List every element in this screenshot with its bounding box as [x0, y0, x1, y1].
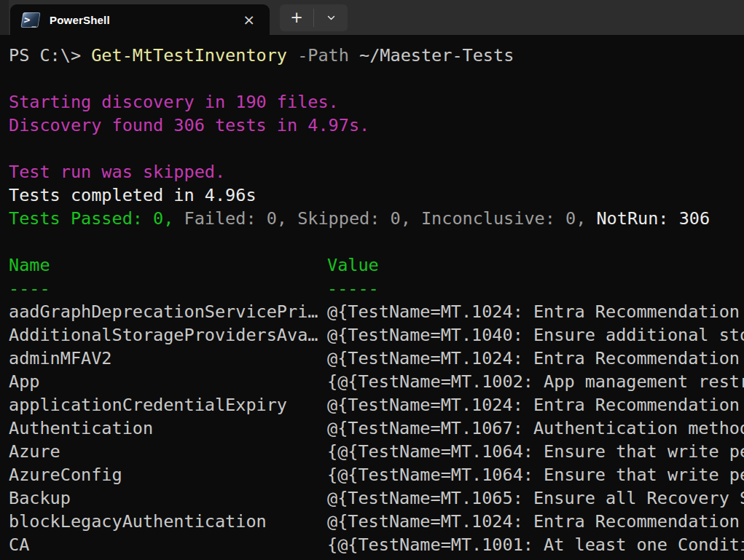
blank-line	[9, 137, 744, 160]
table-row: applicationCredentialExpiry@{TestName=MT…	[9, 393, 744, 417]
row-value: @{TestName=MT.1024: Entra Recommendation	[327, 301, 740, 322]
row-value: {@{TestName=MT.1001: At least one Condit…	[327, 535, 744, 555]
row-name: AzureConfig	[9, 463, 327, 486]
chevron-down-icon	[326, 12, 337, 23]
prompt-line: PS C:\> Get-MtTestInventory -Path ~/Maes…	[9, 44, 744, 67]
close-tab-icon[interactable]: ×	[237, 11, 261, 28]
tab-powershell[interactable]: > _ PowerShell ×	[10, 4, 270, 35]
run-skipped-line: Test run was skipped.	[9, 160, 744, 184]
discovery-found-line: Discovery found 306 tests in 4.97s.	[9, 114, 744, 137]
blank-line	[9, 230, 744, 253]
tab-dropdown-button[interactable]	[314, 4, 348, 31]
row-name: Authentication	[9, 417, 327, 440]
row-name: blockLegacyAuthentication	[9, 510, 327, 533]
tab-actions: +	[280, 4, 348, 31]
summary-line: Tests Passed: 0, Failed: 0, Skipped: 0, …	[9, 207, 744, 230]
row-name: AdditionalStorageProvidersAva…	[9, 323, 327, 347]
header-value: Value	[327, 255, 379, 275]
table-row: blockLegacyAuthentication@{TestName=MT.1…	[9, 510, 744, 533]
header-name: Name	[9, 253, 327, 277]
summary-notrun: NotRun: 306	[596, 208, 710, 229]
row-value: @{TestName=MT.1065: Ensure all Recovery …	[327, 488, 744, 508]
table-row: aadGraphDeprecationServicePri…@{TestName…	[9, 300, 744, 323]
tab-title: PowerShell	[50, 14, 237, 26]
table-row: AzureConfig{@{TestName=MT.1064: Ensure t…	[9, 463, 744, 486]
run-completed-line: Tests completed in 4.96s	[9, 184, 744, 207]
row-value: {@{TestName=MT.1002: App management rest…	[327, 371, 744, 392]
table-row: App{@{TestName=MT.1002: App management r…	[9, 370, 744, 393]
table-row: AdditionalStorageProvidersAva…@{TestName…	[9, 323, 744, 347]
row-value: @{TestName=MT.1024: Entra Recommendation	[327, 511, 740, 532]
summary-passed: Tests Passed: 0,	[9, 208, 173, 229]
summary-others: Failed: 0, Skipped: 0, Inconclusive: 0,	[173, 208, 596, 229]
table-row: Backup@{TestName=MT.1065: Ensure all Rec…	[9, 486, 744, 510]
terminal-screen[interactable]: PS C:\> Get-MtTestInventory -Path ~/Maes…	[0, 35, 744, 560]
discovery-start-line: Starting discovery in 190 files.	[9, 90, 744, 114]
row-name: Azure	[9, 440, 327, 463]
row-value: {@{TestName=MT.1064: Ensure that write p…	[327, 465, 744, 485]
underline-value: -----	[327, 278, 379, 299]
command-text: Get-MtTestInventory	[91, 45, 287, 66]
row-value: {@{TestName=MT.1064: Ensure that write p…	[327, 441, 744, 462]
row-name: Backup	[9, 486, 327, 510]
powershell-icon: > _	[20, 12, 40, 28]
table-row: Authentication@{TestName=MT.1067: Authen…	[9, 417, 744, 440]
tab-bar: > _ PowerShell × +	[0, 0, 744, 35]
table-row: CA{@{TestName=MT.1001: At least one Cond…	[9, 533, 744, 556]
table-header-row: NameValue	[9, 253, 744, 277]
blank-line	[9, 67, 744, 90]
new-tab-button[interactable]: +	[280, 4, 313, 31]
table-row: adminMFAV2@{TestName=MT.1024: Entra Reco…	[9, 347, 744, 370]
window-edge	[0, 0, 9, 35]
row-name: App	[9, 370, 327, 393]
row-name: applicationCredentialExpiry	[9, 393, 327, 417]
table-underline-row: ---------	[9, 277, 744, 300]
command-argument: ~/Maester-Tests	[359, 45, 514, 66]
shell-prompt: PS C:\>	[9, 45, 91, 66]
row-name: adminMFAV2	[9, 347, 327, 370]
underline-name: ----	[9, 277, 327, 300]
row-name: CA	[9, 533, 327, 556]
row-name: aadGraphDeprecationServicePri…	[9, 300, 327, 323]
row-value: @{TestName=MT.1067: Authentication metho…	[327, 418, 744, 438]
row-value: @{TestName=MT.1040: Ensure additional st…	[327, 325, 744, 345]
plus-icon: +	[290, 10, 303, 25]
command-parameter: -Path	[287, 45, 359, 66]
table-row: Azure{@{TestName=MT.1064: Ensure that wr…	[9, 440, 744, 463]
row-value: @{TestName=MT.1024: Entra Recommendation	[327, 395, 740, 415]
row-value: @{TestName=MT.1024: Entra Recommendation	[327, 348, 740, 368]
